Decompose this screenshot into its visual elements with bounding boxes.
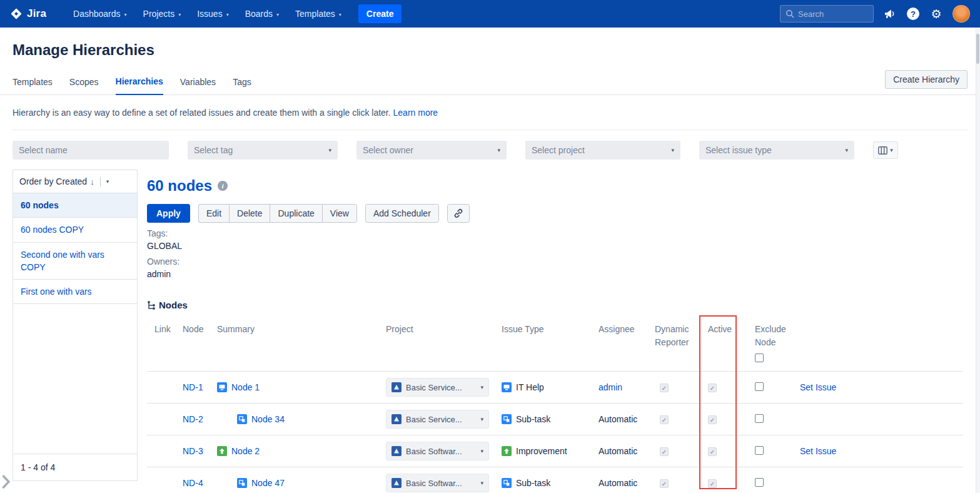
- check-icon: ✓: [710, 385, 715, 392]
- create-hierarchy-button[interactable]: Create Hierarchy: [885, 70, 967, 89]
- page-title: Manage Hierarchies: [13, 41, 967, 59]
- project-select[interactable]: Basic Softwar... ▾: [386, 442, 489, 460]
- link-cell: [147, 467, 175, 493]
- tab-scopes[interactable]: Scopes: [69, 77, 99, 94]
- hierarchy-tree-icon: [147, 301, 155, 310]
- user-avatar[interactable]: [952, 5, 970, 23]
- columns-view-button[interactable]: ▾: [873, 141, 898, 159]
- header-dynamic-reporter: Dynamic Reporter: [647, 317, 700, 372]
- project-select[interactable]: Basic Softwar... ▾: [386, 474, 489, 492]
- owner-filter-select[interactable]: Select owner ▾: [356, 141, 507, 160]
- nav-menu-label: Dashboards: [73, 9, 121, 19]
- set-issue-cell: [792, 404, 963, 435]
- node-key-link[interactable]: ND-2: [183, 414, 203, 424]
- content-area: Order by Created ↓ ▾ 60 nodes 60 nodes C…: [13, 170, 967, 493]
- vertical-scrollbar[interactable]: [976, 28, 980, 493]
- header-assignee: Assignee: [591, 317, 647, 372]
- view-button[interactable]: View: [322, 204, 357, 223]
- tab-variables[interactable]: Variables: [180, 77, 216, 94]
- panel-expand-handle[interactable]: [1, 474, 11, 489]
- check-icon: ✓: [662, 385, 667, 392]
- node-summary-link[interactable]: Node 47: [251, 478, 285, 488]
- project-select[interactable]: Basic Service... ▾: [386, 378, 489, 397]
- nav-menu-label: Projects: [143, 9, 175, 19]
- subtask-icon: [237, 414, 247, 424]
- chevron-down-icon: ▾: [226, 12, 229, 18]
- header-line: Dynamic: [655, 323, 695, 336]
- node-summary-link[interactable]: Node 1: [231, 382, 260, 392]
- nav-menu-label: Boards: [245, 9, 273, 19]
- assignee-link[interactable]: admin: [599, 382, 622, 392]
- chevron-down-icon: ▾: [124, 12, 127, 18]
- it-help-icon: [502, 382, 512, 392]
- question-mark-glyph: ?: [907, 8, 919, 20]
- set-issue-cell: [792, 467, 963, 493]
- node-summary-link[interactable]: Node 34: [251, 414, 285, 424]
- duplicate-button[interactable]: Duplicate: [270, 204, 321, 223]
- sidebar-item-60-nodes-copy[interactable]: 60 nodes COPY: [13, 218, 137, 242]
- set-issue-link[interactable]: Set Issue: [800, 446, 836, 456]
- sidebar-item-first-one-with-vars[interactable]: First one with vars: [13, 280, 137, 304]
- chevron-right-icon: [1, 474, 11, 489]
- tab-tags[interactable]: Tags: [233, 77, 251, 94]
- owner-filter-value: Select owner: [363, 145, 413, 155]
- chevron-down-icon: ▾: [845, 147, 848, 153]
- project-select[interactable]: Basic Service... ▾: [386, 410, 489, 429]
- project-select-value: Basic Softwar...: [406, 479, 476, 488]
- create-button[interactable]: Create: [358, 4, 402, 23]
- exclude-node-checkbox[interactable]: [755, 382, 764, 391]
- project-filter-select[interactable]: Select project ▾: [525, 141, 680, 160]
- copy-link-button[interactable]: [447, 204, 470, 223]
- header-line: Node: [755, 336, 787, 349]
- chevron-down-icon[interactable]: ▾: [106, 178, 109, 185]
- header-set-issue: [792, 317, 963, 372]
- sidebar-item-60-nodes[interactable]: 60 nodes: [13, 193, 137, 218]
- active-checkbox: ✓: [708, 384, 717, 392]
- tag-filter-select[interactable]: Select tag ▾: [188, 141, 338, 160]
- exclude-node-checkbox[interactable]: [755, 446, 764, 455]
- node-key-link[interactable]: ND-4: [183, 478, 203, 488]
- issue-type-label: Improvement: [516, 446, 567, 456]
- nav-menu-dashboards[interactable]: Dashboards ▾: [65, 0, 135, 28]
- gear-icon[interactable]: ⚙: [929, 7, 943, 21]
- exclude-node-checkbox[interactable]: [755, 414, 764, 423]
- gear-glyph: ⚙: [931, 8, 941, 20]
- add-scheduler-button[interactable]: Add Scheduler: [365, 204, 439, 223]
- sort-direction-icon[interactable]: ↓: [90, 177, 94, 186]
- sidebar-item-second-one-with-vars-copy[interactable]: Second one with vars COPY: [13, 243, 137, 280]
- set-issue-link[interactable]: Set Issue: [800, 382, 836, 392]
- nav-menu-templates[interactable]: Templates ▾: [287, 0, 350, 28]
- search-input[interactable]: [798, 9, 867, 19]
- dynamic-reporter-checkbox: ✓: [660, 479, 669, 488]
- scrollbar-thumb[interactable]: [976, 34, 979, 64]
- search-icon: [786, 9, 794, 18]
- exclude-node-checkbox[interactable]: [755, 478, 764, 487]
- edit-button[interactable]: Edit: [198, 204, 229, 223]
- nav-menu-boards[interactable]: Boards ▾: [237, 0, 287, 28]
- header-exclude-node: Exclude Node: [739, 317, 792, 372]
- header-active: Active: [700, 317, 739, 372]
- node-key-link[interactable]: ND-3: [183, 446, 203, 456]
- announcements-icon[interactable]: [883, 7, 897, 21]
- issue-type-filter-select[interactable]: Select issue type ▾: [699, 141, 854, 160]
- name-filter-input[interactable]: [13, 141, 169, 160]
- nav-menu-issues[interactable]: Issues ▾: [189, 0, 236, 28]
- tab-templates[interactable]: Templates: [13, 77, 53, 94]
- jira-home-link[interactable]: Jira: [10, 8, 46, 20]
- delete-button[interactable]: Delete: [229, 204, 270, 223]
- global-search[interactable]: [780, 5, 874, 23]
- node-key-link[interactable]: ND-1: [183, 382, 203, 392]
- learn-more-link[interactable]: Learn more: [393, 108, 438, 118]
- apply-button[interactable]: Apply: [147, 204, 190, 223]
- project-select-value: Basic Service...: [406, 415, 476, 424]
- tab-hierarchies[interactable]: Hierarchies: [116, 76, 163, 95]
- header-summary: Summary: [210, 317, 378, 372]
- chevron-down-icon: ▾: [497, 147, 500, 153]
- chevron-down-icon: ▾: [671, 147, 674, 153]
- order-by-control[interactable]: Order by Created ↓ ▾: [13, 170, 137, 193]
- nav-menu-projects[interactable]: Projects ▾: [135, 0, 189, 28]
- info-icon[interactable]: i: [218, 181, 228, 191]
- help-icon[interactable]: ?: [906, 7, 920, 21]
- node-summary-link[interactable]: Node 2: [231, 446, 260, 456]
- exclude-all-checkbox[interactable]: [755, 353, 764, 362]
